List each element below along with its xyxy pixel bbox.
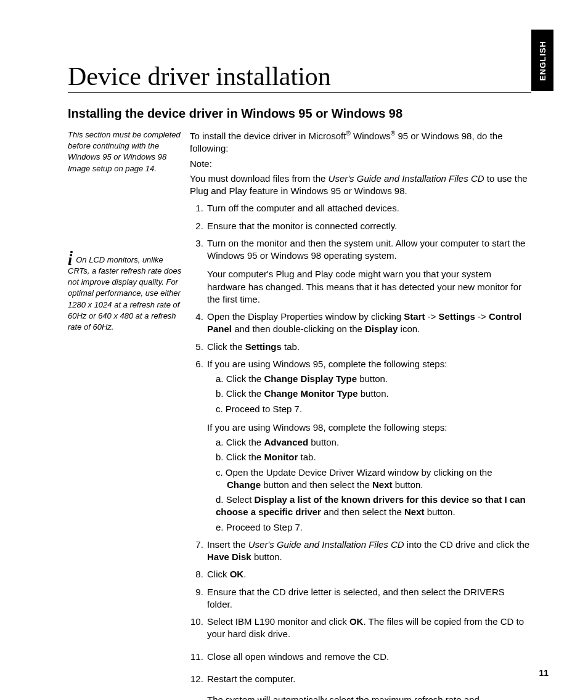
side-tip: i On LCD monitors, unlike CRTs, a faster… — [68, 254, 184, 333]
step-3: Turn on the monitor and then the system … — [206, 237, 531, 306]
steps-list: Turn off the computer and all attached d… — [190, 202, 531, 611]
step-6-98: If you are using Windows 98, complete th… — [207, 421, 531, 434]
language-label: ENGLISH — [538, 41, 547, 81]
step-10: Select IBM L190 monitor and click OK. Th… — [206, 616, 531, 641]
note-label: Note: — [190, 158, 531, 170]
step-6-98b: b. Click the Monitor tab. — [216, 451, 531, 463]
steps-list-2: Select IBM L190 monitor and click OK. Th… — [190, 616, 531, 700]
step-6c: c. Proceed to Step 7. — [216, 403, 531, 415]
step-2: Ensure that the monitor is connected cor… — [206, 220, 531, 232]
section-heading: Installing the device driver in Windows … — [68, 107, 531, 121]
main-content: To install the device driver in Microsof… — [190, 129, 531, 700]
page-number: 11 — [539, 668, 549, 678]
step-6-98c: c. Open the Update Device Driver Wizard … — [216, 466, 531, 492]
step-3-note: Your computer's Plug and Play code might… — [207, 268, 531, 306]
step-11: Close all open windows and remove the CD… — [206, 651, 531, 663]
step-12: Restart the computer. The system will au… — [206, 673, 531, 700]
intro-paragraph: To install the device driver in Microsof… — [190, 129, 531, 155]
info-icon: i — [68, 254, 72, 266]
step-6-98e: e. Proceed to Step 7. — [216, 521, 531, 534]
step-6: If you are using Windows 95, complete th… — [206, 358, 531, 534]
side-tip-text: On LCD monitors, unlike CRTs, a faster r… — [68, 255, 181, 332]
language-tab: ENGLISH — [531, 30, 553, 91]
page-title: Device driver installation — [68, 62, 531, 93]
step-7: Insert the User's Guide and Installation… — [206, 539, 531, 564]
step-6-98d: d. Select Display a list of the known dr… — [216, 494, 531, 519]
step-4: Open the Display Properties window by cl… — [206, 311, 531, 336]
step-6b: b. Click the Change Monitor Type button. — [216, 388, 531, 400]
step-8: Click OK. — [206, 568, 531, 580]
sidebar: This section must be completed before co… — [68, 129, 184, 700]
step-1: Turn off the computer and all attached d… — [206, 202, 531, 214]
step-6-98a: a. Click the Advanced button. — [216, 436, 531, 449]
page-content: Device driver installation Installing th… — [68, 62, 531, 700]
note-text: You must download files from the User's … — [190, 173, 531, 198]
step-9: Ensure that the CD drive letter is selec… — [206, 586, 531, 611]
step-6a: a. Click the Change Display Type button. — [216, 373, 531, 385]
side-note: This section must be completed before co… — [68, 129, 184, 174]
step-5: Click the Settings tab. — [206, 341, 531, 353]
step-12-note: The system will automatically select the… — [207, 694, 531, 700]
reg-mark: ® — [346, 130, 350, 137]
